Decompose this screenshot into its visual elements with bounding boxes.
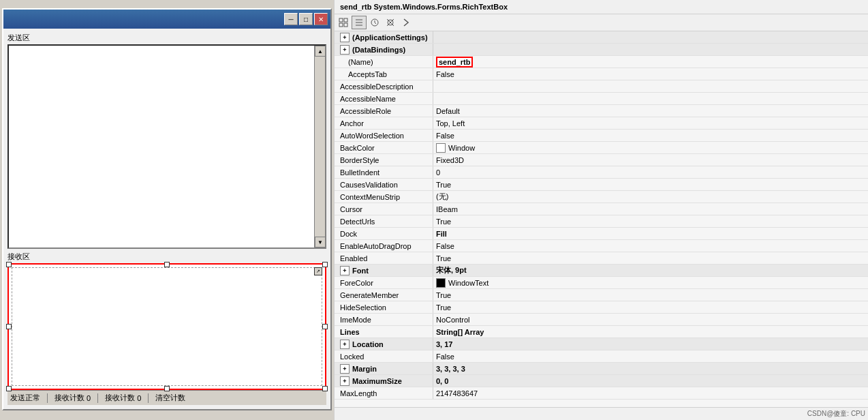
bottom-bar: CSDN@傻童: CPU xyxy=(335,407,868,420)
prop-row-maximumsize[interactable]: + MaximumSize 0, 0 xyxy=(335,375,868,387)
expand-data-bindings[interactable]: + xyxy=(340,45,350,55)
prop-name-causesvalidation: CausesValidation xyxy=(335,179,433,190)
prop-val-enabled: True xyxy=(433,252,868,264)
maximize-button[interactable]: □ xyxy=(299,13,313,25)
handle-bot-right[interactable] xyxy=(322,386,328,391)
minimize-button[interactable]: ─ xyxy=(284,13,298,25)
forecolor-swatch xyxy=(436,278,446,288)
dashed-border xyxy=(12,267,322,386)
prop-row-autoword[interactable]: AutoWordSelection False xyxy=(335,130,868,142)
send-scrollbar[interactable]: ▲ ▼ xyxy=(314,46,325,247)
prop-row-location[interactable]: + Location 3, 17 xyxy=(335,338,868,350)
prop-name-backcolor: BackColor xyxy=(335,142,433,153)
prop-tool-btn-3[interactable] xyxy=(367,16,382,29)
handle-bot-left[interactable] xyxy=(6,386,12,391)
prop-tool-btn-2[interactable] xyxy=(352,16,367,29)
prop-val-accessible-role: Default xyxy=(433,105,868,117)
prop-name-contextmenu: ContextMenuStrip xyxy=(335,191,433,202)
prop-row-accessible-desc[interactable]: AccessibleDescription xyxy=(335,80,868,93)
prop-row-backcolor[interactable]: BackColor Window xyxy=(335,142,868,154)
send-count-item: 接收计数 0 xyxy=(55,393,91,403)
prop-row-lines[interactable]: Lines String[] Array xyxy=(335,326,868,338)
prop-row-accepts-tab[interactable]: AcceptsTab False xyxy=(335,68,868,80)
prop-row-data-bindings[interactable]: + (DataBindings) xyxy=(335,44,868,56)
close-button[interactable]: ✕ xyxy=(314,13,328,25)
prop-row-font[interactable]: + Font 宋体, 9pt xyxy=(335,265,868,277)
window-frame: ─ □ ✕ 发送区 ▲ ▼ 接收区 xyxy=(2,8,332,410)
prop-val-accessible-desc xyxy=(433,80,868,92)
handle-top-left[interactable] xyxy=(6,262,12,267)
prop-name-enabled: Enabled xyxy=(335,252,433,264)
prop-name-maximumsize: + MaximumSize xyxy=(335,375,433,387)
receive-textbox[interactable]: ↗ xyxy=(7,263,326,390)
send-textbox[interactable]: ▲ ▼ xyxy=(7,44,326,249)
prop-val-dock: Fill xyxy=(433,228,868,239)
prop-row-anchor[interactable]: Anchor Top, Left xyxy=(335,117,868,130)
prop-val-contextmenu: (无) xyxy=(433,191,868,202)
divider1 xyxy=(47,393,48,403)
handle-top-mid[interactable] xyxy=(164,262,170,267)
prop-header: send_rtb System.Windows.Forms.RichTextBo… xyxy=(335,0,868,14)
prop-row-cursor[interactable]: Cursor IBeam xyxy=(335,203,868,215)
handle-mid-right[interactable] xyxy=(322,324,328,329)
prop-name-dock: Dock xyxy=(335,228,433,239)
prop-val-name: send_rtb xyxy=(433,56,868,68)
scroll-up-arrow[interactable]: ▲ xyxy=(315,46,326,57)
prop-name-lines: Lines xyxy=(335,326,433,338)
prop-row-detecturls[interactable]: DetectUrls True xyxy=(335,215,868,228)
prop-row-contextmenu[interactable]: ContextMenuStrip (无) xyxy=(335,191,868,203)
prop-name-bulletindent: BulletIndent xyxy=(335,166,433,178)
prop-val-maximumsize: 0, 0 xyxy=(433,375,868,387)
svg-rect-2 xyxy=(339,23,343,27)
prop-row-accessible-role[interactable]: AccessibleRole Default xyxy=(335,105,868,117)
prop-tool-btn-1[interactable] xyxy=(336,16,351,29)
prop-name-detecturls: DetectUrls xyxy=(335,215,433,227)
prop-grid: + (ApplicationSettings) + (DataBindings)… xyxy=(335,31,868,407)
handle-top-right[interactable] xyxy=(322,262,328,267)
prop-val-autoword: False xyxy=(433,130,868,141)
clear-count-item[interactable]: 清空计数 xyxy=(155,393,185,403)
prop-row-maxlength[interactable]: MaxLength 2147483647 xyxy=(335,387,868,400)
prop-row-name[interactable]: (Name) send_rtb xyxy=(335,56,868,68)
prop-val-detecturls: True xyxy=(433,215,868,227)
prop-row-causesvalidation[interactable]: CausesValidation True xyxy=(335,179,868,191)
prop-tool-btn-4[interactable] xyxy=(383,16,398,29)
handle-mid-left[interactable] xyxy=(6,324,12,329)
expand-location[interactable]: + xyxy=(340,340,350,349)
prop-row-enableautodrag[interactable]: EnableAutoDragDrop False xyxy=(335,240,868,252)
prop-name-locked: Locked xyxy=(335,350,433,362)
scroll-down-arrow[interactable]: ▼ xyxy=(315,237,326,247)
send-status: 发送正常 xyxy=(10,393,40,403)
expand-font[interactable]: + xyxy=(340,266,350,275)
prop-row-enabled[interactable]: Enabled True xyxy=(335,252,868,265)
prop-row-hideselection[interactable]: HideSelection True xyxy=(335,301,868,314)
prop-row-bulletindent[interactable]: BulletIndent 0 xyxy=(335,166,868,179)
title-bar: ─ □ ✕ xyxy=(3,10,330,29)
prop-row-locked[interactable]: Locked False xyxy=(335,350,868,363)
prop-row-generatemember[interactable]: GenerateMember True xyxy=(335,289,868,301)
form-designer: ─ □ ✕ 发送区 ▲ ▼ 接收区 xyxy=(0,0,334,420)
prop-name-margin: + Margin xyxy=(335,363,433,374)
prop-row-borderstyle[interactable]: BorderStyle Fixed3D xyxy=(335,154,868,166)
handle-bot-mid[interactable] xyxy=(164,386,170,391)
move-handle[interactable]: ↗ xyxy=(314,267,322,275)
prop-row-margin[interactable]: + Margin 3, 3, 3, 3 xyxy=(335,363,868,375)
expand-margin[interactable]: + xyxy=(340,364,350,374)
prop-val-enableautodrag: False xyxy=(433,240,868,252)
expand-maximumsize[interactable]: + xyxy=(340,376,350,386)
expand-app-settings[interactable]: + xyxy=(340,33,350,42)
prop-name-accessible-desc: AccessibleDescription xyxy=(335,80,433,92)
prop-row-imemode[interactable]: ImeMode NoControl xyxy=(335,314,868,326)
prop-row-dock[interactable]: Dock Fill xyxy=(335,228,868,240)
divider3 xyxy=(148,393,149,403)
prop-row-accessible-name[interactable]: AccessibleName xyxy=(335,93,868,105)
prop-val-location: 3, 17 xyxy=(433,338,868,350)
send-area-label: 发送区 xyxy=(7,33,326,43)
prop-name-location: + Location xyxy=(335,338,433,350)
prop-tool-btn-5[interactable] xyxy=(399,16,414,29)
prop-row-forecolor[interactable]: ForeColor WindowText xyxy=(335,277,868,289)
prop-row-app-settings[interactable]: + (ApplicationSettings) xyxy=(335,31,868,44)
prop-name-autoword: AutoWordSelection xyxy=(335,130,433,141)
prop-val-accepts-tab: False xyxy=(433,68,868,80)
svg-rect-3 xyxy=(344,23,347,27)
